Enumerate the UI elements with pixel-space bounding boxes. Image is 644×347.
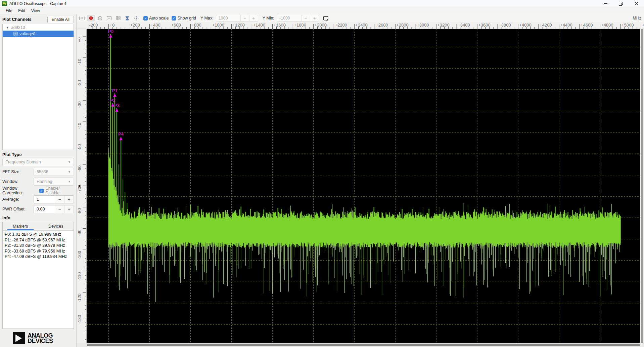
svg-text:P1: P1: [112, 88, 118, 93]
pwr-offset-label: PWR Offset:: [2, 207, 34, 211]
average-increment-button[interactable]: +: [64, 196, 74, 203]
plot-type-value: Frequency Domain: [5, 160, 41, 164]
tree-item-channel[interactable]: ✓ voltage0: [3, 31, 74, 37]
vertical-scrollbar[interactable]: [640, 29, 644, 343]
y-max-stepper: − +: [216, 15, 258, 22]
window-correction-sub-label: Enable/ Disable: [45, 186, 74, 195]
svg-text:-120: -120: [77, 294, 82, 302]
pwr-offset-increment-button[interactable]: +: [64, 205, 74, 213]
svg-text:+4600: +4600: [581, 23, 593, 28]
detach-plot-icon[interactable]: [322, 15, 330, 22]
svg-text:+600: +600: [171, 23, 181, 28]
grid-view-icon[interactable]: [114, 15, 122, 22]
y-max-input[interactable]: [216, 15, 240, 21]
y-min-increment-button[interactable]: +: [310, 15, 319, 21]
vertical-scrollbar-thumb[interactable]: [641, 29, 643, 343]
plot-type-select[interactable]: Frequency Domain ▼: [2, 158, 74, 166]
svg-text:-30: -30: [77, 102, 82, 108]
y-min-stepper: − +: [277, 15, 319, 22]
svg-text:+1400: +1400: [253, 23, 265, 28]
svg-text:-200: -200: [89, 23, 98, 28]
pane-collapse-arrow[interactable]: ◀: [78, 184, 80, 188]
device-name: ad9213: [11, 25, 25, 30]
menu-edit[interactable]: Edit: [15, 8, 28, 14]
show-grid-label: Show grid: [177, 16, 196, 21]
average-decrement-button[interactable]: −: [55, 196, 64, 203]
auto-scale-checkbox[interactable]: ✓: [143, 16, 148, 21]
y-max-decrement-button[interactable]: −: [240, 15, 249, 21]
y-min-input[interactable]: [277, 15, 301, 21]
svg-text:+3400: +3400: [458, 23, 470, 28]
svg-text:-90: -90: [77, 230, 82, 236]
pwr-offset-input[interactable]: [34, 205, 55, 213]
restore-button[interactable]: [613, 0, 629, 7]
svg-text:-40: -40: [77, 123, 82, 129]
analog-devices-logo: ANALOG DEVICES: [13, 332, 53, 344]
channel-checkbox[interactable]: ✓: [13, 32, 18, 36]
chevron-down-icon: ▼: [68, 160, 71, 164]
pwr-offset-decrement-button[interactable]: −: [55, 205, 64, 213]
window-title: ADI IIO Oscilloscope - Capture1: [9, 1, 67, 6]
window-value: Hanning: [37, 179, 52, 184]
marker-info-p0: P0: 1.01 dBFS @ 19.989 MHz: [5, 232, 74, 237]
svg-text:+2600: +2600: [376, 23, 388, 28]
menu-file[interactable]: File: [3, 8, 15, 14]
show-grid-checkbox[interactable]: ✓: [172, 16, 176, 21]
hourglass-icon[interactable]: [123, 15, 131, 22]
show-grid-toggle[interactable]: ✓ Show grid: [172, 16, 196, 21]
close-button[interactable]: [629, 0, 644, 7]
move-icon[interactable]: [132, 15, 140, 22]
fft-size-select[interactable]: 65536 ▼: [34, 168, 74, 176]
average-input[interactable]: [34, 196, 55, 203]
marker-list: P0: 1.01 dBFS @ 19.989 MHz P1: -26.74 dB…: [3, 231, 74, 260]
plot-toolbar: ✓ Auto scale ✓ Show grid Y Max: − + Y Mi…: [77, 14, 644, 22]
marker-info-p4: P4: -47.09 dBFS @ 119.934 MHz: [5, 254, 74, 260]
svg-text:+200: +200: [130, 23, 140, 28]
marker-info-p2: P2: -31.30 dBFS @ 39.978 MHz: [5, 243, 74, 248]
svg-text:+4200: +4200: [540, 23, 552, 28]
tree-item-device[interactable]: ▼ ad9213: [3, 24, 74, 31]
svg-text:-80: -80: [77, 208, 82, 215]
auto-scale-label: Auto scale: [149, 16, 169, 21]
zoom-circle-icon[interactable]: [96, 15, 104, 22]
horizontal-scrollbar-thumb[interactable]: [87, 344, 640, 346]
svg-text:-10: -10: [77, 59, 82, 65]
svg-text:-130: -130: [77, 315, 82, 324]
svg-text:-110: -110: [77, 272, 82, 281]
plot-canvas[interactable]: P0P2P1P3P4: [87, 29, 640, 343]
menu-bar: File Edit View: [0, 7, 644, 14]
marker-info-p3: P3: -33.69 dBFS @ 79.956 MHz: [5, 248, 74, 254]
average-label: Average:: [2, 197, 34, 202]
expand-icon[interactable]: [78, 15, 86, 22]
fft-size-value: 65536: [37, 169, 48, 174]
svg-text:+1000: +1000: [212, 23, 224, 28]
svg-text:+3800: +3800: [499, 23, 511, 28]
window-correction-checkbox[interactable]: ✓: [39, 189, 44, 193]
window-select[interactable]: Hanning ▼: [34, 178, 74, 186]
svg-text:+800: +800: [191, 23, 201, 28]
svg-text:+400: +400: [151, 23, 160, 28]
minimize-button[interactable]: [598, 0, 613, 7]
svg-text:+2000: +2000: [314, 23, 327, 28]
sidebar: Plot Channels Enable All ▼ ad9213 ✓ volt…: [0, 14, 77, 347]
svg-text:+5000: +5000: [622, 23, 634, 28]
info-panel: Markers Devices P0: 1.01 dBFS @ 19.989 M…: [2, 222, 74, 329]
tab-markers[interactable]: Markers: [3, 222, 38, 230]
svg-text:P3: P3: [114, 103, 120, 108]
app-window: ADI IIO Oscilloscope - Capture1 File Edi…: [0, 0, 644, 347]
record-button[interactable]: [87, 15, 95, 22]
svg-text:+3000: +3000: [417, 23, 429, 28]
expander-icon[interactable]: ▼: [6, 26, 9, 29]
frequency-ruler: -200+0+200+400+600+800+1000+1200+1400+16…: [77, 22, 644, 29]
tab-devices[interactable]: Devices: [38, 222, 74, 230]
y-max-increment-button[interactable]: +: [249, 15, 258, 21]
y-min-decrement-button[interactable]: −: [301, 15, 310, 21]
horizontal-scrollbar[interactable]: [77, 343, 644, 347]
menu-view[interactable]: View: [28, 8, 43, 14]
enable-all-button[interactable]: Enable All: [47, 16, 74, 23]
zoom-out-icon[interactable]: [105, 15, 113, 22]
auto-scale-toggle[interactable]: ✓ Auto scale: [143, 16, 169, 21]
svg-text:+3200: +3200: [437, 23, 450, 28]
svg-text:+2200: +2200: [335, 23, 347, 28]
svg-text:P4: P4: [118, 131, 124, 137]
